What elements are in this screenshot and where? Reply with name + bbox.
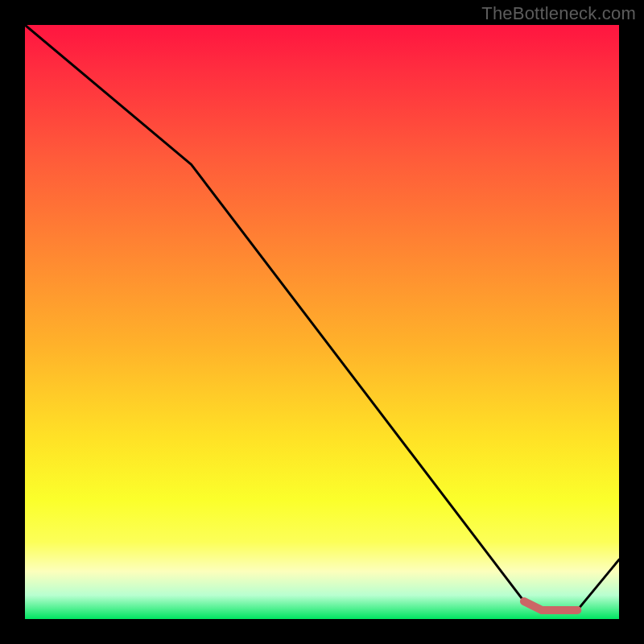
chart-frame: TheBottleneck.com — [0, 0, 644, 644]
black-line-series — [25, 25, 619, 610]
watermark-text: TheBottleneck.com — [481, 3, 636, 24]
pink-segment-series — [524, 601, 577, 610]
chart-svg — [25, 25, 619, 619]
plot-area — [25, 25, 619, 619]
